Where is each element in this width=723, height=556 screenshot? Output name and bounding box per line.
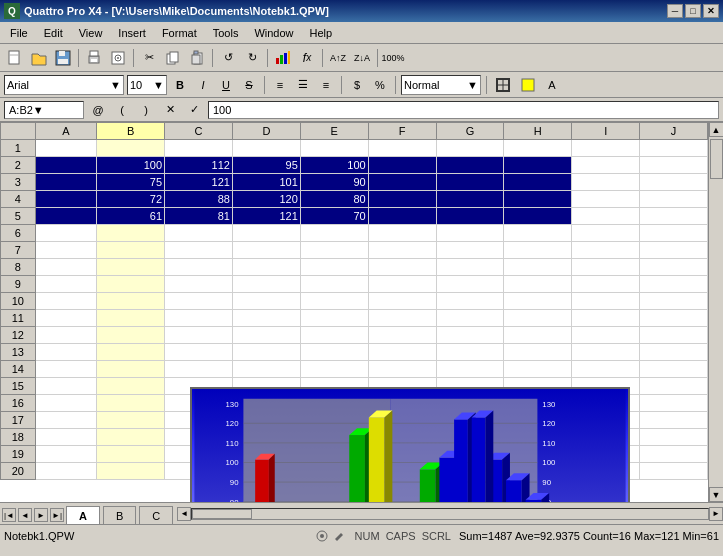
cell-a2[interactable]	[35, 157, 97, 174]
cell-e3[interactable]: 90	[300, 174, 368, 191]
print-preview-button[interactable]	[107, 47, 129, 69]
cell-b3[interactable]: 75	[97, 174, 165, 191]
horizontal-scrollbar[interactable]: ◄ ►	[177, 503, 723, 524]
tab-nav-first[interactable]: |◄	[2, 508, 16, 522]
maximize-button[interactable]: □	[685, 4, 701, 18]
save-button[interactable]	[52, 47, 74, 69]
font-size-selector[interactable]: 10 ▼	[127, 75, 167, 95]
open-button[interactable]	[28, 47, 50, 69]
tab-nav-next[interactable]: ►	[34, 508, 48, 522]
font-name-selector[interactable]: Arial ▼	[4, 75, 124, 95]
italic-button[interactable]: I	[193, 75, 213, 95]
formula-input[interactable]	[208, 101, 719, 119]
cell-a4[interactable]	[35, 191, 97, 208]
cell-c5[interactable]: 81	[165, 208, 233, 225]
cell-f1[interactable]	[368, 140, 436, 157]
align-left-button[interactable]: ≡	[270, 75, 290, 95]
cell-j1[interactable]	[640, 140, 708, 157]
underline-button[interactable]: U	[216, 75, 236, 95]
cell-reference-box[interactable]: A:B2 ▼	[4, 101, 84, 119]
cell-c1[interactable]	[165, 140, 233, 157]
font-color-button[interactable]: A	[542, 75, 562, 95]
cell-j2[interactable]	[640, 157, 708, 174]
cell-a3[interactable]	[35, 174, 97, 191]
cell-f3[interactable]	[368, 174, 436, 191]
currency-button[interactable]: $	[347, 75, 367, 95]
cell-i4[interactable]	[572, 191, 640, 208]
scroll-thumb[interactable]	[710, 139, 723, 179]
cell-d1[interactable]	[232, 140, 300, 157]
font-size-dropdown-icon[interactable]: ▼	[153, 79, 164, 91]
style-selector[interactable]: Normal ▼	[401, 75, 481, 95]
highlight-button[interactable]	[517, 75, 539, 95]
scroll-right-button[interactable]: ►	[709, 507, 723, 521]
cell-d4[interactable]: 120	[232, 191, 300, 208]
cell-e2[interactable]: 100	[300, 157, 368, 174]
cell-b4[interactable]: 72	[97, 191, 165, 208]
cell-e4[interactable]: 80	[300, 191, 368, 208]
cell-a1[interactable]	[35, 140, 97, 157]
chart-button[interactable]	[272, 47, 294, 69]
cell-h3[interactable]	[504, 174, 572, 191]
cell-d5[interactable]: 121	[232, 208, 300, 225]
cell-i2[interactable]	[572, 157, 640, 174]
cell-g5[interactable]	[436, 208, 504, 225]
align-center-button[interactable]: ☰	[293, 75, 313, 95]
cell-b1[interactable]	[97, 140, 165, 157]
print-button[interactable]	[83, 47, 105, 69]
minimize-button[interactable]: ─	[667, 4, 683, 18]
embedded-chart[interactable]: 130 120 110 100 90 80 70 60 130 120 110 …	[190, 387, 630, 502]
menu-insert[interactable]: Insert	[110, 25, 154, 41]
vertical-scrollbar[interactable]: ▲ ▼	[708, 122, 723, 502]
cell-f5[interactable]	[368, 208, 436, 225]
cell-h5[interactable]	[504, 208, 572, 225]
paste-button[interactable]	[186, 47, 208, 69]
cell-e5[interactable]: 70	[300, 208, 368, 225]
cell-h4[interactable]	[504, 191, 572, 208]
cell-g4[interactable]	[436, 191, 504, 208]
cell-f4[interactable]	[368, 191, 436, 208]
tab-nav-last[interactable]: ►|	[50, 508, 64, 522]
sheet-tab-c[interactable]: C	[139, 506, 173, 524]
font-name-dropdown-icon[interactable]: ▼	[110, 79, 121, 91]
cell-i3[interactable]	[572, 174, 640, 191]
sort-desc-button[interactable]: Z↓A	[351, 47, 373, 69]
scroll-up-button[interactable]: ▲	[709, 122, 724, 137]
sheet-tab-b[interactable]: B	[103, 506, 136, 524]
align-right-button[interactable]: ≡	[316, 75, 336, 95]
sort-asc-button[interactable]: A↑Z	[327, 47, 349, 69]
h-scroll-thumb[interactable]	[192, 509, 252, 519]
style-dropdown-icon[interactable]: ▼	[467, 79, 478, 91]
at-sign-button[interactable]: @	[88, 100, 108, 120]
cell-g1[interactable]	[436, 140, 504, 157]
scroll-left-button[interactable]: ◄	[177, 507, 191, 521]
cell-b5[interactable]: 61	[97, 208, 165, 225]
bold-button[interactable]: B	[170, 75, 190, 95]
paren-close-button[interactable]: )	[136, 100, 156, 120]
confirm-entry-button[interactable]: ✓	[184, 100, 204, 120]
cell-ref-dropdown-icon[interactable]: ▼	[33, 104, 44, 116]
cell-g2[interactable]	[436, 157, 504, 174]
function-button[interactable]: fx	[296, 47, 318, 69]
menu-edit[interactable]: Edit	[36, 25, 71, 41]
sheet-tab-navigation[interactable]: |◄ ◄ ► ►| A B C	[0, 504, 177, 524]
new-button[interactable]	[4, 47, 26, 69]
cell-c2[interactable]: 112	[165, 157, 233, 174]
cell-d2[interactable]: 95	[232, 157, 300, 174]
scroll-down-button[interactable]: ▼	[709, 487, 724, 502]
copy-button[interactable]	[162, 47, 184, 69]
cell-j4[interactable]	[640, 191, 708, 208]
cell-i1[interactable]	[572, 140, 640, 157]
borders-button[interactable]	[492, 75, 514, 95]
menu-file[interactable]: File	[2, 25, 36, 41]
cell-e1[interactable]	[300, 140, 368, 157]
undo-button[interactable]: ↺	[217, 47, 239, 69]
sheet-tab-a[interactable]: A	[66, 506, 100, 524]
cell-a5[interactable]	[35, 208, 97, 225]
cell-c4[interactable]: 88	[165, 191, 233, 208]
window-controls[interactable]: ─ □ ✕	[667, 4, 719, 18]
scroll-track[interactable]	[709, 137, 723, 487]
cell-b2[interactable]: 100	[97, 157, 165, 174]
cell-i5[interactable]	[572, 208, 640, 225]
cell-j3[interactable]	[640, 174, 708, 191]
